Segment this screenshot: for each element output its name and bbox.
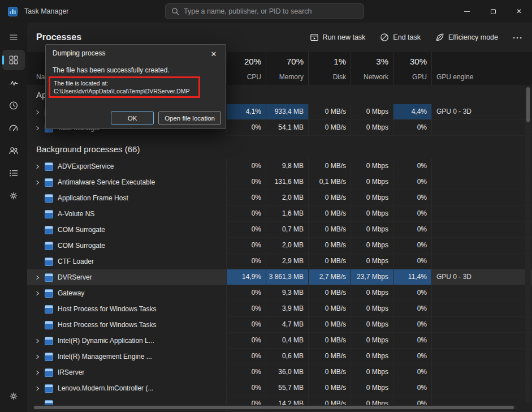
- cell-gpu: 11,4%: [393, 269, 431, 285]
- process-name-cell: ADVExportService: [27, 158, 226, 174]
- expand-chevron-icon[interactable]: [35, 110, 41, 115]
- process-icon: [45, 210, 53, 218]
- disk-column-label: Disk: [333, 73, 346, 81]
- column-header-network[interactable]: 3% Network: [351, 52, 393, 85]
- cell-gpu-engine: [431, 333, 532, 349]
- task-manager-window: Task Manager ✕: [0, 0, 532, 412]
- expand-chevron-icon[interactable]: [35, 370, 41, 375]
- close-button[interactable]: ✕: [506, 0, 532, 23]
- process-row[interactable]: Intel(R) Dynamic Application L...0%0,4 M…: [27, 333, 532, 349]
- process-row[interactable]: IRServer0%36,0 MB0 MB/s0 Mbps0%: [27, 364, 532, 380]
- vertical-scrollbar[interactable]: [525, 86, 531, 403]
- process-row[interactable]: Lenovo.Modern.ImController (...0%55,7 MB…: [27, 380, 532, 396]
- horizontal-scrollbar-thumb[interactable]: [34, 406, 514, 409]
- cell-disk: 0 MB/s: [308, 285, 351, 301]
- cell-gpu-engine: [431, 317, 532, 333]
- cell-memory: 2,9 MB: [266, 254, 308, 269]
- efficiency-mode-leaf-icon: [435, 33, 444, 42]
- end-task-button[interactable]: End task: [380, 33, 421, 42]
- section-header-background[interactable]: Background processes (66): [27, 139, 532, 158]
- vertical-scrollbar-thumb[interactable]: [526, 87, 530, 122]
- process-row[interactable]: CTF Loader0%2,9 MB0 MB/s0 Mbps0%: [27, 254, 532, 269]
- cell-memory: 55,7 MB: [266, 380, 308, 396]
- process-row[interactable]: Host Process for Windows Tasks0%4,7 MB0 …: [27, 317, 532, 333]
- process-row[interactable]: Application Frame Host0%2,0 MB0 MB/s0 Mb…: [27, 190, 532, 206]
- dialog-close-button[interactable]: ✕: [206, 48, 221, 60]
- open-file-location-button[interactable]: Open file location: [158, 111, 221, 125]
- sidebar-item-processes[interactable]: [2, 50, 25, 70]
- column-header-memory[interactable]: 70% Memory: [266, 52, 308, 85]
- process-icon: [45, 337, 53, 345]
- cell-gpu-engine: [431, 190, 532, 206]
- cell-gpu: 0%: [393, 120, 431, 136]
- cell-network: 0 Mbps: [351, 190, 393, 206]
- cell-cpu: 0%: [226, 238, 266, 254]
- process-row[interactable]: Antimalware Service Executable0%131,6 MB…: [27, 174, 532, 190]
- expand-chevron-icon[interactable]: [35, 126, 41, 131]
- sidebar-item-menu[interactable]: [2, 27, 25, 48]
- end-task-label: End task: [393, 33, 421, 41]
- process-row[interactable]: DVRServer14,9%3 861,3 MB2,7 MB/s23,7 Mbp…: [27, 269, 532, 285]
- process-row[interactable]: Intel(R) Management Engine ...0%0,6 MB0 …: [27, 349, 532, 364]
- efficiency-mode-button[interactable]: Efficiency mode: [435, 33, 498, 42]
- search-input[interactable]: [184, 7, 358, 15]
- cell-cpu: 0%: [226, 301, 266, 317]
- dumping-process-dialog: Dumping process ✕ The file has been succ…: [45, 44, 226, 129]
- column-header-gpu-engine[interactable]: GPU engine: [431, 52, 532, 85]
- sidebar-item-app-history[interactable]: [2, 95, 25, 115]
- cell-network: 0 Mbps: [351, 158, 393, 174]
- process-icon: [45, 289, 53, 298]
- process-row[interactable]: A-Volute NS0%1,6 MB0 MB/s0 Mbps0%: [27, 206, 532, 222]
- process-icon: [45, 273, 53, 282]
- minimize-button[interactable]: [454, 0, 480, 23]
- process-name: COM Surrogate: [58, 222, 105, 238]
- cell-gpu: 0%: [393, 380, 431, 396]
- cell-disk: 0 MB/s: [308, 301, 351, 317]
- gpu-total-percent: 30%: [410, 57, 427, 66]
- search-box[interactable]: [165, 3, 364, 19]
- sidebar-item-startup-apps[interactable]: [2, 118, 25, 138]
- sidebar-item-performance[interactable]: [2, 72, 25, 93]
- column-header-gpu[interactable]: 30% GPU: [393, 52, 431, 85]
- cell-disk: 0 MB/s: [308, 222, 351, 238]
- process-row[interactable]: ADVExportService0%9,8 MB0 MB/s0 Mbps0%: [27, 158, 532, 174]
- cell-network: 0 Mbps: [351, 317, 393, 333]
- more-options-button[interactable]: ···: [513, 33, 523, 42]
- run-new-task-button[interactable]: Run new task: [310, 33, 366, 42]
- performance-icon: [8, 78, 19, 88]
- expand-chevron-icon[interactable]: [35, 164, 41, 169]
- process-row[interactable]: Host Process for Windows Tasks0%3,9 MB0 …: [27, 301, 532, 317]
- expand-chevron-icon[interactable]: [35, 275, 41, 280]
- cell-cpu: 0%: [226, 364, 266, 380]
- column-header-disk[interactable]: 1% Disk: [308, 52, 351, 85]
- process-row[interactable]: Gateway0%9,3 MB0 MB/s0 Mbps0%: [27, 285, 532, 301]
- cell-cpu: 14,9%: [226, 269, 266, 285]
- sidebar-item-services[interactable]: [2, 186, 25, 206]
- close-icon: ✕: [516, 7, 522, 15]
- expand-chevron-icon[interactable]: [35, 180, 41, 185]
- cell-disk: 0 MB/s: [308, 104, 351, 120]
- sidebar-item-details[interactable]: [2, 163, 25, 183]
- expand-chevron-icon[interactable]: [35, 386, 41, 391]
- cell-disk: 0 MB/s: [308, 254, 351, 269]
- process-row[interactable]: COM Surrogate0%0,7 MB0 MB/s0 Mbps0%: [27, 222, 532, 238]
- expand-chevron-icon[interactable]: [35, 354, 41, 359]
- cell-gpu: 0%: [393, 301, 431, 317]
- process-row[interactable]: COM Surrogate0%2,0 MB0 MB/s0 Mbps0%: [27, 238, 532, 254]
- efficiency-mode-label: Efficiency mode: [448, 33, 498, 41]
- ok-button[interactable]: OK: [111, 111, 154, 125]
- horizontal-scrollbar[interactable]: [33, 405, 517, 410]
- cell-network: 0 Mbps: [351, 301, 393, 317]
- expand-chevron-icon[interactable]: [35, 338, 41, 344]
- cell-cpu: 0%: [226, 380, 266, 396]
- process-name: Intel(R) Management Engine ...: [58, 349, 152, 364]
- sidebar-item-settings[interactable]: [2, 386, 25, 406]
- cell-memory: 36,0 MB: [266, 364, 308, 380]
- gpu-engine-column-label: GPU engine: [436, 73, 473, 81]
- maximize-button[interactable]: [480, 0, 506, 23]
- disk-total-percent: 1%: [334, 57, 346, 66]
- expand-chevron-icon[interactable]: [35, 291, 41, 296]
- column-header-cpu[interactable]: 20% CPU: [226, 52, 266, 85]
- sidebar-item-users[interactable]: [2, 140, 25, 161]
- cell-gpu: 0%: [393, 285, 431, 301]
